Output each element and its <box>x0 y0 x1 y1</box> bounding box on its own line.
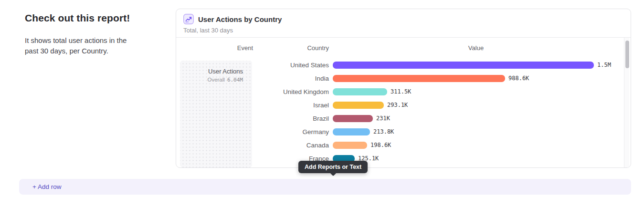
bar-israel[interactable] <box>333 102 384 109</box>
table-row: Brazil231K <box>253 112 619 125</box>
add-row-label: + Add row <box>32 183 61 190</box>
value-label-united-kingdom: 311.5K <box>391 88 411 95</box>
country-label-israel: Israel <box>253 102 333 109</box>
table-row: United States1.5M <box>253 58 619 72</box>
value-label-israel: 293.1K <box>387 102 408 108</box>
country-label-brazil: Brazil <box>253 115 333 122</box>
event-name: User Actions <box>180 68 243 75</box>
bar-united-states[interactable] <box>333 62 594 69</box>
event-overall: Overall6.04M <box>180 77 243 83</box>
tooltip-arrow-down <box>330 169 337 176</box>
bar-united-kingdom[interactable] <box>333 88 387 95</box>
bar-canada[interactable] <box>333 142 367 149</box>
event-cell[interactable]: User Actions Overall6.04M <box>180 61 252 167</box>
value-label-canada: 198.6K <box>370 142 391 148</box>
column-header-value: Value <box>333 44 619 52</box>
country-label-united-states: United States <box>253 62 333 69</box>
table-row: India988.6K <box>253 72 619 85</box>
country-label-canada: Canada <box>253 142 333 149</box>
table-row: Germany213.8K <box>253 125 619 138</box>
add-reports-tooltip: Add Reports or Text <box>298 161 368 173</box>
bar-brazil[interactable] <box>333 115 373 122</box>
table-row: United Kingdom311.5K <box>253 85 619 98</box>
page-title: Check out this report! <box>25 12 168 24</box>
report-subtitle: Total, last 30 days <box>183 27 623 34</box>
overall-label: Overall <box>207 77 224 83</box>
add-row-button[interactable]: + Add row <box>19 179 631 195</box>
country-label-united-kingdom: United Kingdom <box>253 88 333 95</box>
column-header-event: Event <box>176 44 253 52</box>
intro-text: It shows total user actions in the past … <box>25 35 138 56</box>
line-chart-icon <box>183 14 194 24</box>
value-label-united-states: 1.5M <box>597 62 611 68</box>
country-label-germany: Germany <box>253 128 333 135</box>
report-card[interactable]: User Actions by Country Total, last 30 d… <box>176 9 631 168</box>
table-column-headers: Event Country Value <box>176 44 619 52</box>
report-table: Event Country Value User Actions Overall… <box>176 38 631 167</box>
table-row: Israel293.1K <box>253 98 619 112</box>
country-label-india: India <box>253 75 333 82</box>
overall-value: 6.04M <box>227 77 243 83</box>
scrollbar-thumb[interactable] <box>625 41 629 68</box>
value-label-india: 988.6K <box>508 75 529 82</box>
report-card-header: User Actions by Country Total, last 30 d… <box>176 9 631 38</box>
table-row: Canada198.6K <box>253 138 619 152</box>
dashboard-page: Check out this report! It shows total us… <box>0 0 644 208</box>
intro-block: Check out this report! It shows total us… <box>25 12 168 56</box>
report-title: User Actions by Country <box>198 15 282 23</box>
bar-germany[interactable] <box>333 128 370 135</box>
value-label-brazil: 231K <box>376 115 390 122</box>
bar-india[interactable] <box>333 75 505 82</box>
vertical-scrollbar[interactable] <box>624 38 629 167</box>
value-label-germany: 213.8K <box>373 128 394 135</box>
bar-rows: United States1.5MIndia988.6KUnited Kingd… <box>253 58 619 165</box>
column-header-country: Country <box>253 44 333 52</box>
